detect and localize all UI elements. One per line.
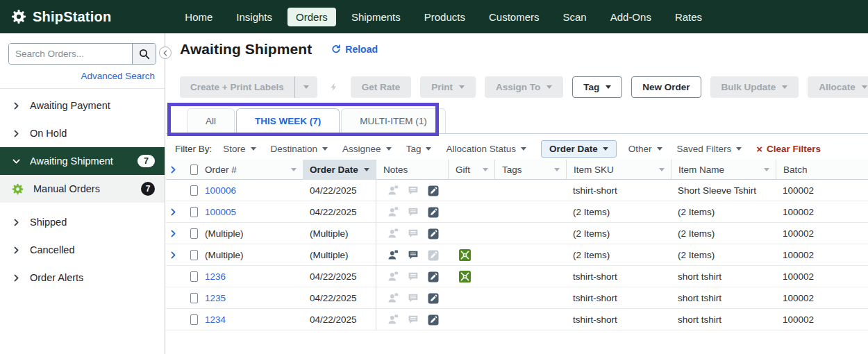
- sidebar-item-label: Shipped: [30, 217, 67, 228]
- nav-item-shipments[interactable]: Shipments: [343, 8, 409, 26]
- internal-note-icon[interactable]: [427, 271, 439, 283]
- nav-item-home[interactable]: Home: [176, 8, 221, 26]
- tab-multi-item-1[interactable]: MULTI-ITEM (1): [341, 108, 446, 133]
- internal-note-icon[interactable]: [427, 228, 439, 239]
- sidebar-item-on-hold[interactable]: On Hold: [0, 119, 165, 147]
- column-header-notes[interactable]: Notes: [376, 160, 448, 180]
- buyer-note-icon[interactable]: [387, 228, 399, 239]
- bulk-update-button: Bulk Update: [710, 76, 799, 98]
- sidebar-item-manual-orders[interactable]: Manual Orders7: [0, 175, 165, 203]
- row-checkbox[interactable]: [190, 314, 198, 325]
- clear-x-icon: ×: [756, 144, 762, 154]
- gift-icon[interactable]: [459, 271, 471, 283]
- filter-allocation-status-dropdown[interactable]: Allocation Status: [446, 144, 526, 154]
- create-print-labels-button[interactable]: Create + Print Labels: [180, 76, 294, 98]
- row-expander-empty: [166, 309, 179, 330]
- lightning-button[interactable]: [326, 76, 342, 98]
- order-number-link[interactable]: 1236: [205, 271, 226, 282]
- search-button[interactable]: [132, 44, 156, 64]
- sidebar-collapse-button[interactable]: [159, 47, 172, 59]
- search-input[interactable]: [9, 44, 132, 64]
- buyer-note-icon[interactable]: [387, 249, 399, 261]
- shipstation-logo[interactable]: ShipStation: [11, 9, 111, 25]
- gift-icon[interactable]: [459, 249, 471, 261]
- advanced-search-link[interactable]: Advanced Search: [81, 71, 155, 81]
- filter-other-dropdown[interactable]: Other: [628, 144, 662, 154]
- column-header-batch[interactable]: Batch: [776, 160, 868, 180]
- internal-note-icon[interactable]: [427, 206, 439, 218]
- expand-all-button[interactable]: [166, 160, 179, 180]
- nav-item-products[interactable]: Products: [416, 8, 474, 26]
- tag-button[interactable]: Tag: [572, 76, 622, 98]
- column-header-gift[interactable]: Gift: [448, 160, 494, 180]
- filter-order-date-dropdown[interactable]: Order Date: [541, 140, 617, 158]
- note-to-buyer-icon[interactable]: [407, 314, 419, 326]
- internal-note-icon[interactable]: [427, 314, 439, 326]
- buyer-note-icon[interactable]: [387, 206, 399, 218]
- sidebar-item-awaiting-payment[interactable]: Awaiting Payment: [0, 92, 165, 119]
- top-nav-bar: ShipStation HomeInsightsOrdersShipmentsP…: [0, 0, 868, 33]
- internal-note-icon[interactable]: [427, 292, 439, 304]
- buyer-note-icon[interactable]: [387, 271, 399, 283]
- note-to-buyer-icon[interactable]: [407, 185, 419, 196]
- buyer-note-icon[interactable]: [387, 292, 399, 304]
- create-print-labels-dropdown-button[interactable]: [294, 76, 317, 98]
- sidebar-item-order-alerts[interactable]: Order Alerts: [0, 264, 165, 292]
- column-header-item-sku[interactable]: Item SKU: [566, 160, 671, 180]
- nav-item-insights[interactable]: Insights: [228, 8, 281, 26]
- row-expander-button[interactable]: [166, 244, 179, 266]
- nav-item-customers[interactable]: Customers: [481, 8, 548, 26]
- filter-assignee-dropdown[interactable]: Assignee: [342, 144, 392, 154]
- note-to-buyer-icon[interactable]: [407, 271, 419, 283]
- note-to-buyer-icon[interactable]: [407, 206, 419, 218]
- internal-note-icon[interactable]: [427, 185, 439, 196]
- row-checkbox[interactable]: [190, 185, 198, 196]
- nav-item-add-ons[interactable]: Add-Ons: [602, 8, 660, 26]
- internal-note-icon[interactable]: [427, 249, 439, 261]
- filter-destination-dropdown[interactable]: Destination: [271, 144, 328, 154]
- nav-item-scan[interactable]: Scan: [554, 8, 594, 26]
- order-number-link[interactable]: 1234: [205, 314, 226, 325]
- filter-saved-filters-dropdown[interactable]: Saved Filters: [677, 144, 742, 154]
- order-number-cell: (Multiple): [198, 244, 303, 266]
- row-checkbox[interactable]: [190, 207, 198, 217]
- row-expander-button[interactable]: [166, 223, 179, 244]
- nav-item-rates[interactable]: Rates: [667, 8, 710, 26]
- reload-button[interactable]: Reload: [331, 44, 378, 55]
- new-order-button[interactable]: New Order: [631, 76, 701, 98]
- clear-filters-button[interactable]: ×Clear Filters: [756, 144, 821, 154]
- tab-this-week-7[interactable]: THIS WEEK (7): [236, 108, 340, 134]
- row-checkbox[interactable]: [190, 271, 198, 282]
- order-number-link[interactable]: 1235: [205, 293, 226, 303]
- sidebar-item-cancelled[interactable]: Cancelled: [0, 236, 165, 264]
- filter-tag-dropdown[interactable]: Tag: [406, 144, 432, 154]
- note-to-buyer-icon[interactable]: [407, 292, 419, 304]
- batch-cell: 100002: [776, 244, 868, 266]
- column-header-item-name[interactable]: Item Name: [671, 160, 776, 180]
- row-checkbox[interactable]: [190, 228, 198, 239]
- row-expander-empty: [166, 180, 179, 201]
- row-checkbox[interactable]: [190, 293, 198, 303]
- column-header-order[interactable]: Order #: [198, 160, 303, 180]
- select-all-checkbox[interactable]: [190, 165, 198, 175]
- note-to-buyer-icon[interactable]: [407, 249, 419, 261]
- filter-label-text: Other: [628, 144, 652, 154]
- filter-store-dropdown[interactable]: Store: [223, 144, 256, 154]
- order-number-link[interactable]: 100006: [205, 185, 236, 196]
- sort-caret-icon: [483, 168, 488, 171]
- column-header-tags[interactable]: Tags: [494, 160, 566, 180]
- nav-item-orders[interactable]: Orders: [287, 8, 336, 26]
- tab-all[interactable]: All: [187, 108, 235, 133]
- row-checkbox[interactable]: [190, 250, 198, 260]
- buyer-note-icon[interactable]: [387, 185, 399, 196]
- note-to-buyer-icon[interactable]: [407, 228, 419, 239]
- row-expander-button[interactable]: [166, 201, 179, 223]
- item-sku-cell: (2 Items): [566, 223, 671, 244]
- buyer-note-icon[interactable]: [387, 314, 399, 326]
- batch-cell: 100002: [776, 309, 868, 330]
- column-header-order-date[interactable]: Order Date: [303, 160, 376, 180]
- order-number-link[interactable]: 100005: [205, 207, 236, 217]
- sidebar-item-shipped[interactable]: Shipped: [0, 208, 165, 236]
- sidebar-item-awaiting-shipment[interactable]: Awaiting Shipment7: [0, 147, 165, 175]
- order-date-cell: 04/22/2025: [303, 266, 376, 287]
